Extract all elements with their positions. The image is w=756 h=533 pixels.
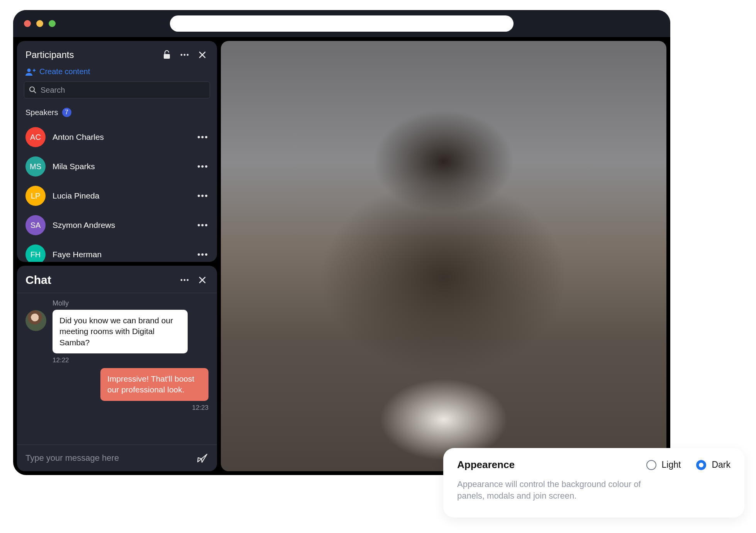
lock-icon[interactable] — [161, 49, 173, 61]
svg-point-12 — [184, 279, 186, 281]
app-window: Participants — [13, 10, 670, 475]
left-column: Participants — [17, 41, 217, 471]
window-controls — [24, 20, 56, 27]
close-icon[interactable] — [196, 274, 208, 286]
message-bubble: Impressive! That'll boost our profession… — [100, 368, 208, 401]
participant-row[interactable]: SA Szymon Andrews ••• — [17, 210, 217, 240]
svg-rect-0 — [164, 54, 170, 59]
participants-title: Participants — [25, 49, 155, 60]
participant-name: Mila Sparks — [53, 162, 190, 171]
search-input[interactable] — [41, 86, 205, 95]
appearance-light-label: Light — [662, 460, 681, 470]
participant-more-icon[interactable]: ••• — [197, 132, 208, 142]
speakers-count-badge: 7 — [62, 108, 71, 117]
send-icon[interactable] — [196, 452, 208, 464]
avatar: FH — [25, 244, 46, 262]
close-window-button[interactable] — [24, 20, 31, 27]
participant-more-icon[interactable]: ••• — [197, 250, 208, 260]
search-field[interactable] — [24, 81, 210, 98]
video-pane — [221, 41, 666, 471]
participants-panel: Participants — [17, 41, 217, 262]
participants-list: AC Anton Charles ••• MS Mila Sparks ••• … — [17, 122, 217, 262]
chat-input[interactable] — [25, 453, 186, 463]
create-content-button[interactable]: Create content — [17, 67, 217, 81]
chat-body: Molly Did you know we can brand our meet… — [17, 293, 217, 445]
avatar: AC — [25, 127, 46, 147]
appearance-card: Appearence Light Dark Appearance will co… — [443, 448, 744, 518]
message-outgoing: Impressive! That'll boost our profession… — [25, 368, 208, 412]
person-add-icon — [25, 68, 36, 76]
svg-line-10 — [34, 91, 36, 93]
appearance-row: Appearence Light Dark — [457, 459, 731, 471]
appearance-dark-label: Dark — [712, 460, 731, 470]
chat-title: Chat — [25, 273, 173, 287]
radio-unchecked-icon — [646, 460, 656, 470]
appearance-title: Appearence — [457, 459, 631, 471]
search-icon — [29, 86, 37, 94]
participant-name: Faye Herman — [53, 250, 190, 259]
chat-panel: Chat Molly Did you know we can brand — [17, 266, 217, 471]
svg-rect-8 — [34, 69, 34, 71]
message-incoming: Molly Did you know we can brand our meet… — [25, 299, 208, 364]
address-bar[interactable] — [170, 15, 514, 32]
participant-row[interactable]: MS Mila Sparks ••• — [17, 152, 217, 181]
svg-point-6 — [27, 68, 31, 72]
more-icon[interactable] — [178, 274, 191, 286]
message-author: Molly — [53, 299, 208, 307]
more-icon[interactable] — [178, 49, 191, 61]
content-area: Participants — [13, 37, 670, 475]
participant-row[interactable]: AC Anton Charles ••• — [17, 122, 217, 152]
message-bubble: Did you know we can brand our meeting ro… — [53, 310, 188, 353]
maximize-window-button[interactable] — [49, 20, 56, 27]
close-icon[interactable] — [196, 49, 208, 61]
svg-point-1 — [181, 54, 183, 56]
participant-name: Lucia Pineda — [53, 191, 190, 200]
search-wrap — [17, 81, 217, 105]
avatar: MS — [25, 156, 46, 177]
speakers-label: Speakers — [25, 108, 58, 117]
speakers-section: Speakers 7 — [17, 105, 217, 122]
participant-row[interactable]: FH Faye Herman ••• — [17, 240, 217, 262]
title-bar — [13, 10, 670, 37]
chat-input-row — [17, 445, 217, 471]
svg-point-13 — [187, 279, 189, 281]
participants-header: Participants — [17, 41, 217, 67]
radio-checked-icon — [696, 460, 706, 470]
create-content-label: Create content — [39, 67, 90, 76]
message-time: 12:22 — [53, 356, 208, 364]
svg-point-9 — [30, 87, 34, 92]
participant-name: Szymon Andrews — [53, 221, 190, 230]
svg-point-2 — [184, 54, 186, 56]
appearance-option-light[interactable]: Light — [646, 460, 681, 470]
participant-name: Anton Charles — [53, 132, 190, 142]
chat-header: Chat — [17, 266, 217, 293]
svg-point-11 — [181, 279, 183, 281]
message-time: 12:23 — [192, 404, 208, 412]
appearance-description: Appearance will control the background c… — [457, 479, 658, 501]
svg-point-3 — [187, 54, 189, 56]
participant-more-icon[interactable]: ••• — [197, 161, 208, 171]
participant-more-icon[interactable]: ••• — [197, 191, 208, 201]
avatar — [25, 310, 46, 331]
participant-more-icon[interactable]: ••• — [197, 220, 208, 230]
participant-row[interactable]: LP Lucia Pineda ••• — [17, 181, 217, 210]
minimize-window-button[interactable] — [36, 20, 43, 27]
avatar: LP — [25, 186, 46, 206]
appearance-option-dark[interactable]: Dark — [696, 460, 731, 470]
avatar: SA — [25, 215, 46, 235]
